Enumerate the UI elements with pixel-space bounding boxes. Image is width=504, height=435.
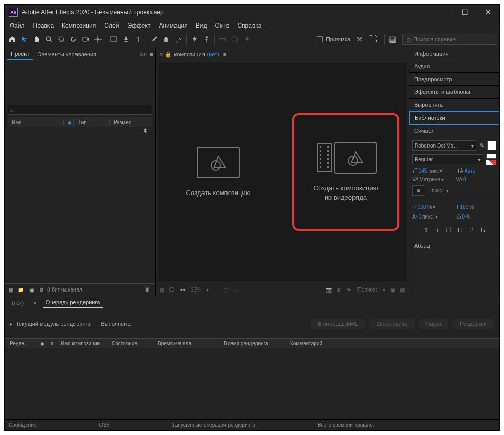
orbit-tool[interactable] bbox=[56, 34, 67, 45]
smallcaps-button[interactable]: Tᴛ bbox=[456, 225, 465, 234]
null-tool[interactable]: ▭ bbox=[217, 34, 228, 45]
res-icon[interactable]: ⬚ bbox=[224, 287, 229, 293]
section-audio[interactable]: Аудио bbox=[409, 60, 499, 73]
roi-icon[interactable]: ▭ bbox=[234, 287, 238, 293]
minimize-button[interactable]: — bbox=[431, 5, 453, 20]
color-mgmt-icon[interactable]: ❋ bbox=[347, 287, 351, 293]
mask-icon[interactable]: 👓 bbox=[180, 287, 186, 293]
font-size[interactable]: 145 bbox=[419, 168, 427, 174]
col-type[interactable]: Тип bbox=[74, 119, 110, 125]
menu-window[interactable]: Окно bbox=[211, 21, 233, 30]
roto-tool[interactable]: ✦ bbox=[189, 34, 200, 45]
maximize-button[interactable]: ☐ bbox=[453, 5, 476, 20]
tab-more[interactable]: >> bbox=[140, 51, 147, 57]
render-button[interactable]: Рендеринг bbox=[452, 319, 494, 329]
menu-animation[interactable]: Анимация bbox=[155, 21, 191, 30]
anchor-tool[interactable] bbox=[92, 34, 104, 45]
col-comp-name[interactable]: Имя композиции bbox=[56, 341, 107, 346]
col-size[interactable]: Размер bbox=[110, 119, 152, 125]
font-style-select[interactable]: Regular▾ bbox=[412, 154, 483, 164]
workspace-icon[interactable]: ▦ bbox=[387, 34, 398, 45]
grid-icon[interactable]: ▦ bbox=[160, 287, 164, 293]
vscale-value[interactable]: 100 bbox=[460, 204, 469, 210]
section-libraries[interactable]: Библиотеки bbox=[409, 111, 499, 125]
col-comment[interactable]: Комментарий bbox=[285, 341, 499, 346]
3d-view-icon[interactable]: ▦ bbox=[400, 287, 405, 293]
rectangle-tool[interactable] bbox=[108, 34, 119, 45]
comp-menu-icon[interactable]: ≡ bbox=[223, 51, 226, 57]
text-tool[interactable]: T bbox=[133, 34, 144, 45]
menu-edit[interactable]: Правка bbox=[29, 21, 58, 30]
3d-tool[interactable]: ⬡ bbox=[229, 34, 240, 45]
flow-icon[interactable]: ⬍ bbox=[8, 127, 152, 134]
eraser-tool[interactable] bbox=[173, 34, 184, 45]
section-info[interactable]: Информация bbox=[409, 47, 499, 60]
menu-composition[interactable]: Композиция bbox=[58, 21, 100, 30]
pen-tool[interactable] bbox=[120, 34, 132, 45]
superscript-button[interactable]: T¹ bbox=[467, 225, 476, 234]
selection-tool[interactable] bbox=[19, 34, 30, 45]
col-state[interactable]: Состояние bbox=[107, 341, 153, 346]
stroke-color[interactable] bbox=[486, 154, 496, 159]
snap-options-icon[interactable]: ⛶ bbox=[368, 34, 379, 45]
create-composition[interactable]: Создать композицию bbox=[165, 113, 272, 231]
rotate-tool[interactable] bbox=[68, 34, 79, 45]
col-label-icon[interactable]: ◆ bbox=[64, 119, 74, 125]
zoom-tool[interactable] bbox=[43, 34, 55, 45]
resolution-label[interactable]: (Полное) bbox=[356, 287, 377, 293]
hscale-value[interactable]: 100 bbox=[418, 204, 426, 210]
panel-menu-icon[interactable]: ≡ bbox=[150, 51, 153, 57]
col-label[interactable]: ◆ bbox=[35, 341, 45, 346]
section-paragraph[interactable]: Абзац bbox=[409, 239, 499, 252]
queue-ame-button[interactable]: В очередь AME bbox=[311, 319, 365, 329]
menu-view[interactable]: Вид bbox=[192, 21, 211, 30]
fill-color[interactable] bbox=[487, 141, 496, 150]
settings-icon[interactable]: ⚙ bbox=[37, 284, 45, 296]
section-align[interactable]: Выровнять bbox=[409, 99, 499, 111]
col-render[interactable]: Ренде... bbox=[5, 341, 35, 346]
section-effects[interactable]: Эффекты и шаблоны bbox=[409, 86, 499, 99]
menu-file[interactable]: Файл bbox=[6, 21, 29, 30]
tsume-value[interactable]: 0 bbox=[462, 214, 465, 220]
hand-tool[interactable] bbox=[31, 34, 42, 45]
comp-icon[interactable]: ▣ bbox=[27, 284, 35, 296]
tab-render-queue[interactable]: Очередь рендеринга bbox=[43, 297, 104, 308]
home-tool[interactable] bbox=[7, 34, 18, 45]
snap-icon[interactable]: ⤧ bbox=[354, 34, 365, 45]
no-fill[interactable] bbox=[486, 160, 496, 165]
allcaps-button[interactable]: TT bbox=[444, 225, 453, 234]
lock-icon[interactable]: 🔒 bbox=[165, 51, 172, 58]
close-button[interactable]: ✕ bbox=[476, 5, 499, 20]
snap-checkbox[interactable] bbox=[317, 36, 323, 42]
camera-tool[interactable] bbox=[80, 34, 91, 45]
view-icon[interactable]: ▣ bbox=[390, 287, 395, 293]
stop-button[interactable]: Остановить bbox=[369, 319, 414, 329]
subscript-button[interactable]: T₁ bbox=[478, 225, 487, 234]
project-filter[interactable]: ⌕▾ bbox=[8, 105, 152, 115]
leading-value[interactable]: Авто bbox=[464, 168, 475, 174]
menu-effect[interactable]: Эффект bbox=[123, 21, 155, 30]
pause-button[interactable]: Пауза bbox=[419, 319, 449, 329]
stroke-style[interactable]: ≡ bbox=[412, 185, 425, 196]
eyedropper-icon[interactable]: ✎ bbox=[480, 142, 484, 149]
kerning-value[interactable]: Метриче bbox=[420, 177, 440, 182]
tab-timeline-none[interactable]: (нет) bbox=[9, 298, 27, 308]
tab-controls[interactable]: Элементы управления bbox=[33, 49, 100, 59]
axes-tool[interactable]: ✦ bbox=[241, 34, 253, 45]
menu-help[interactable]: Справка bbox=[233, 21, 265, 30]
section-character[interactable]: Символ ≡ bbox=[409, 125, 499, 137]
interpret-icon[interactable]: ▦ bbox=[7, 284, 15, 296]
create-from-footage[interactable]: Создать композицию из видеоряда bbox=[292, 113, 399, 231]
section-preview[interactable]: Предпросмотр bbox=[409, 73, 499, 86]
puppet-tool[interactable] bbox=[201, 34, 212, 45]
channel-icon[interactable]: ◐ bbox=[337, 287, 342, 293]
tab-project[interactable]: Проект bbox=[7, 49, 33, 60]
col-render-time[interactable]: Время рендеринга bbox=[219, 341, 285, 346]
display-icon[interactable]: 🖵 bbox=[169, 287, 174, 293]
menu-layer[interactable]: Слой bbox=[100, 21, 123, 30]
trash-icon[interactable]: 🗑 bbox=[142, 284, 153, 296]
font-family-select[interactable]: Robotron Dot Ma...▾ bbox=[412, 140, 476, 151]
bpc-label[interactable]: 8 бит на канал bbox=[47, 287, 82, 293]
queue-menu-icon[interactable]: ≡ bbox=[109, 300, 112, 306]
expand-icon[interactable]: ▸ bbox=[10, 321, 13, 327]
